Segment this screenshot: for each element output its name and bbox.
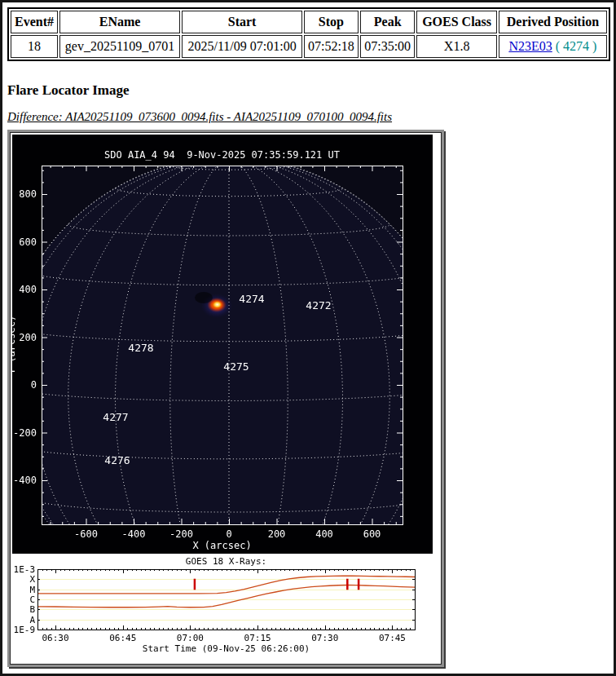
cell-ename: gev_20251109_0701 (59, 35, 180, 58)
cell-event-num: 18 (11, 35, 58, 58)
col-header-event-num: Event# (11, 11, 58, 33)
col-header-goes-class: GOES Class (416, 11, 496, 33)
col-header-derived-position: Derived Position (499, 11, 607, 33)
cell-derived-position: N23E03 ( 4274 ) (499, 35, 607, 58)
cell-stop: 07:52:18 (304, 35, 359, 58)
cell-goes-class: X1.8 (416, 35, 496, 58)
event-table-row: 18 gev_20251109_0701 2025/11/09 07:01:00… (11, 35, 607, 58)
flare-locator-figure-inner (10, 132, 442, 665)
flare-locator-figure (7, 130, 444, 667)
cell-peak: 07:35:00 (360, 35, 416, 58)
difference-caption: Difference: AIA20251109_073600_0094.fits… (7, 110, 614, 124)
aia-difference-image (12, 135, 433, 554)
position-link[interactable]: N23E03 (508, 39, 552, 53)
col-header-peak: Peak (360, 11, 416, 33)
col-header-start: Start (182, 11, 302, 33)
event-table-header-row: Event# EName Start Stop Peak GOES Class … (11, 11, 607, 33)
page-title: Flare Locator Image (7, 82, 614, 99)
event-table: Event# EName Start Stop Peak GOES Class … (7, 7, 610, 61)
col-header-ename: EName (59, 11, 180, 33)
region-number: ( 4274 ) (556, 39, 597, 53)
page: { "table": { "headers": ["Event#", "ENam… (0, 0, 616, 676)
goes-xray-plot (12, 554, 439, 662)
col-header-stop: Stop (304, 11, 359, 33)
cell-start: 2025/11/09 07:01:00 (182, 35, 302, 58)
